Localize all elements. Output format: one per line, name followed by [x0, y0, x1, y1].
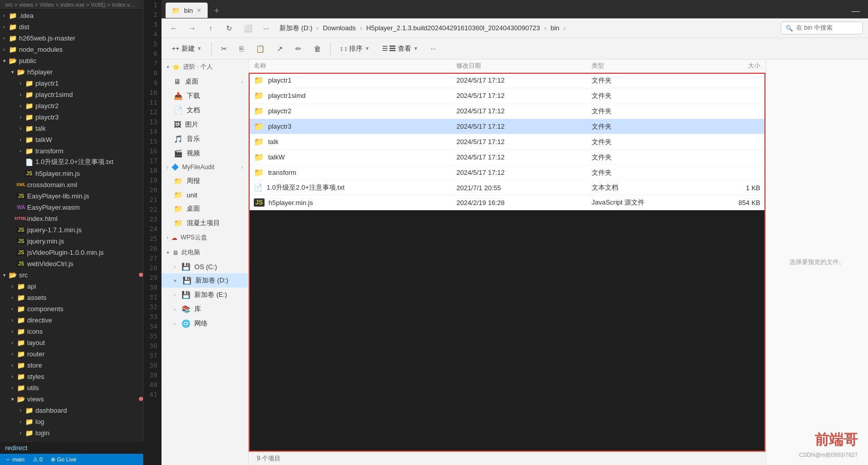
tab-minimize-button[interactable]: — [847, 5, 864, 18]
sidebar-item-文档[interactable]: 📄文档 [162, 103, 248, 117]
tree-item-assets[interactable]: ›📁assets [0, 292, 143, 303]
sidebar-pc-item[interactable]: ›🌐网络 [162, 316, 248, 331]
column-size[interactable]: 大小 [693, 62, 760, 70]
explorer-tab[interactable]: 📁 bin × [166, 3, 208, 18]
delete-icon: 🗑 [314, 45, 321, 53]
file-row[interactable]: 📁playctr1 2024/5/17 17:12 文件夹 [249, 73, 765, 88]
column-date[interactable]: 修改日期 [456, 62, 591, 70]
tree-item-talk[interactable]: ›📁talk [0, 123, 143, 134]
more-toolbar-button[interactable]: ··· [426, 42, 441, 55]
tree-item-notice_txt[interactable]: 📄1.0升级至2.0+注意事项.txt [0, 156, 143, 168]
sidebar-item-unit[interactable]: 📁unit [162, 188, 248, 201]
file-row[interactable]: 📁playctr2 2024/5/17 17:12 文件夹 [249, 104, 765, 119]
line-number: 20 [147, 185, 157, 195]
breadcrumb-item[interactable]: H5player_2.1.3.build202404291610360l_202… [364, 23, 542, 33]
search-box[interactable]: 🔍 在 bin 中搜索 [781, 22, 863, 34]
tree-item-dist[interactable]: ›📁dist [0, 21, 143, 32]
tree-item-jquery[interactable]: JSjquery-1.7.1.min.js [0, 224, 143, 235]
tab-add-button[interactable]: + [210, 4, 224, 18]
sidebar-item-混凝土项目[interactable]: 📁混凝土项目 [162, 216, 248, 230]
file-row[interactable]: 📁playctr1simd 2024/5/17 17:12 文件夹 [249, 88, 765, 104]
file-row[interactable]: JSh5player.min.js 2024/2/19 16:28 JavaSc… [249, 195, 765, 210]
sidebar-wps-section[interactable]: ›☁WPS云盘 [162, 230, 248, 245]
tree-item-src[interactable]: ▾📂src [0, 269, 143, 280]
back-button[interactable]: ← [167, 21, 181, 35]
tree-item-api[interactable]: ›📁api [0, 280, 143, 292]
tree-item-log[interactable]: ›📁log [0, 416, 143, 427]
cut-button[interactable]: ✂ [216, 42, 232, 55]
tree-item-transform[interactable]: ›📁transform [0, 145, 143, 156]
refresh-button[interactable]: ↻ [222, 21, 236, 35]
line-number: 6 [147, 49, 157, 58]
breadcrumb-item[interactable]: 新加卷 (D:) [277, 23, 314, 34]
paste-button[interactable]: 📋 [251, 42, 270, 55]
sidebar-pc-item[interactable]: ›💾新加卷 (E:) [162, 288, 248, 302]
tree-item-playctr3[interactable]: ›📁playctr3 [0, 111, 143, 123]
tree-item-node_modules[interactable]: ›📁node_modules [0, 44, 143, 55]
forward-button[interactable]: → [185, 21, 199, 35]
tree-item-label: playctr1simd [35, 91, 143, 98]
sidebar-pc-item[interactable]: ›💾OS (C:) [162, 260, 248, 273]
sidebar-item-下载[interactable]: 📥下载 [162, 89, 248, 103]
tree-item-webvideoctrl[interactable]: JSwebVideoCtrl.js [0, 258, 143, 269]
tree-item-login[interactable]: ›📁login [0, 427, 143, 438]
sidebar-item-视频[interactable]: 🎬视频 [162, 146, 248, 160]
more-nav-button[interactable]: ··· [259, 21, 273, 35]
tree-item-layout[interactable]: ›📁layout [0, 337, 143, 348]
tree-item-components[interactable]: ›📁components [0, 303, 143, 314]
sidebar-pc-item[interactable]: ▾💾新加卷 (D:) [162, 273, 248, 288]
sidebar-pc-item[interactable]: ›📚库 [162, 302, 248, 316]
sidebar-item-音乐[interactable]: 🎵音乐 [162, 132, 248, 146]
sidebar-item-图片[interactable]: 🖼图片 [162, 117, 248, 132]
tree-item-styles[interactable]: ›📁styles [0, 371, 143, 382]
sort-button[interactable]: ↕ ↕ 排序 ▼ [335, 42, 375, 56]
sidebar-myfileaudit[interactable]: ›🔷MyFileAudit› [162, 160, 248, 174]
view-toggle-button[interactable]: ⬜ [240, 21, 255, 35]
file-row[interactable]: 📁talk 2024/5/17 17:12 文件夹 [249, 134, 765, 150]
tree-item-idea[interactable]: ›📁.idea [0, 10, 143, 21]
tree-item-jquery_min[interactable]: JSjquery.min.js [0, 235, 143, 247]
column-name[interactable]: 名称 [254, 62, 456, 70]
sidebar-pc-section[interactable]: ▾🖥此电脑 [162, 245, 248, 260]
tree-item-store[interactable]: ›📁store [0, 359, 143, 371]
tree-item-easyplayer_wasm[interactable]: WAEasyPlayer.wasm [0, 201, 143, 213]
file-row[interactable]: 📁playctr3 2024/5/17 17:12 文件夹 [249, 119, 765, 134]
ide-tree: ›📁.idea›📁dist›📁h265web.js-master›📁node_m… [0, 10, 143, 454]
tree-item-utils[interactable]: ›📁utils [0, 382, 143, 393]
file-row[interactable]: 📁talkW 2024/5/17 17:12 文件夹 [249, 150, 765, 165]
tree-item-h5player[interactable]: ▾📂h5player [0, 66, 143, 77]
tree-item-easyplayer_lib[interactable]: JSEasyPlayer-lib.min.js [0, 190, 143, 201]
tree-item-h265[interactable]: ›📁h265web.js-master [0, 32, 143, 44]
tree-item-router[interactable]: ›📁router [0, 348, 143, 359]
sidebar-item-周报[interactable]: 📁周报 [162, 174, 248, 188]
tree-item-index_html[interactable]: HTMLindex.html [0, 213, 143, 224]
sidebar-item-桌面[interactable]: 📁桌面 [162, 201, 248, 216]
breadcrumb-item[interactable]: bin [549, 23, 561, 33]
tree-item-dashboard[interactable]: ›📁dashboard [0, 405, 143, 416]
tree-item-directive[interactable]: ›📁directive [0, 314, 143, 326]
column-type[interactable]: 类型 [592, 62, 693, 70]
tree-item-views[interactable]: ▾📂views [0, 393, 143, 405]
copy-button[interactable]: ⎘ [234, 42, 249, 55]
tree-item-public[interactable]: ▾📂public [0, 55, 143, 66]
breadcrumb-item[interactable]: Downloads [321, 23, 358, 33]
delete-button[interactable]: 🗑 [309, 42, 326, 55]
rename-button[interactable]: ✏ [290, 42, 307, 55]
share-button[interactable]: ↗ [272, 42, 288, 55]
file-row[interactable]: 📄1.0升级至2.0+注意事项.txt 2021/7/1 20:55 文本文档 … [249, 180, 765, 195]
tree-item-playctr2[interactable]: ›📁playctr2 [0, 100, 143, 111]
tree-item-h5player_min[interactable]: JSh5player.min.js [0, 168, 143, 179]
tree-item-playctr1[interactable]: ›📁playctr1 [0, 77, 143, 89]
view-button[interactable]: ☰ ☰ 查看 ▼ [377, 42, 423, 56]
tab-close-button[interactable]: × [197, 6, 201, 14]
sidebar-section-personal[interactable]: ▾⭐进阶 · 个人 [162, 59, 248, 74]
tree-item-crossdomain[interactable]: XMLcrossdomain.xml [0, 179, 143, 190]
tree-item-talkW[interactable]: ›📁talkW [0, 134, 143, 145]
tree-item-icons[interactable]: ›📁icons [0, 326, 143, 337]
new-button[interactable]: + + 新建 ▼ [167, 42, 207, 56]
sidebar-item-桌面[interactable]: 🖥桌面› [162, 74, 248, 89]
file-row[interactable]: 📁transform 2024/5/17 17:12 文件夹 [249, 165, 765, 180]
tree-item-jsvideo[interactable]: JSjsVideoPlugin-1.0.0.min.js [0, 247, 143, 258]
up-button[interactable]: ↑ [204, 21, 218, 35]
tree-item-playctr1simd[interactable]: ›📁playctr1simd [0, 89, 143, 100]
